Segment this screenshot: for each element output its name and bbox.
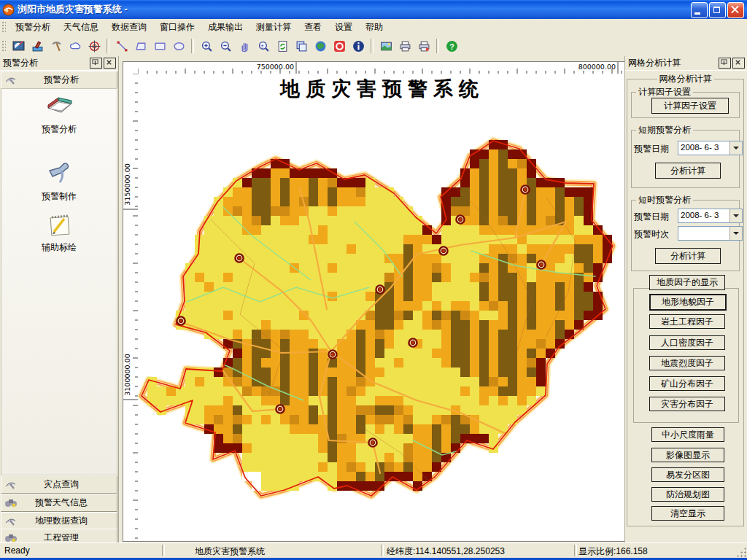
svg-text:?: ?	[449, 42, 454, 50]
pin-icon[interactable]	[90, 58, 102, 69]
cloud-button[interactable]	[66, 37, 85, 55]
application-window: { "window": { "title": "浏阳市地质灾害预警系统 -" }…	[0, 0, 747, 560]
info-icon	[352, 40, 365, 52]
menu-result-output[interactable]: 成果输出	[201, 19, 249, 36]
short-time-analyze-button[interactable]: 分析计算	[655, 248, 721, 264]
left-panel: 预警分析 预警分析 预警分析 预警制作 辅助标绘 灾点查询 预警天气信息 地理数…	[0, 56, 119, 543]
status-system-name: 地质灾害预警系统	[195, 545, 265, 558]
chevron-down-icon[interactable]	[729, 209, 742, 222]
help-button[interactable]: ?	[442, 37, 461, 55]
status-scale: 显示比例:166.158	[578, 545, 648, 558]
warning-make-icon	[31, 40, 44, 52]
item-warning-analysis[interactable]: 预警分析	[1, 93, 117, 136]
zoom-in-button[interactable]	[197, 37, 216, 55]
resize-grip[interactable]	[736, 547, 746, 557]
terrain-factor-button[interactable]: 地形地貌因子	[649, 294, 727, 311]
cloud-icon	[69, 40, 82, 52]
seismic-factor-button[interactable]: 地震烈度因子	[649, 356, 725, 370]
warning-make-button[interactable]	[28, 37, 47, 55]
group-bar-label: 预警天气信息	[22, 497, 101, 509]
layers-button[interactable]	[292, 37, 311, 55]
right-panel-title: 网格分析计算	[628, 57, 681, 69]
image-view-button[interactable]	[376, 37, 395, 55]
factor-settings-button[interactable]: 计算因子设置	[651, 98, 729, 114]
mine-tool-icon	[50, 40, 63, 52]
binocular-mini-icon	[4, 497, 18, 508]
restore-button[interactable]	[709, 2, 726, 18]
short-term-legend: 短期预警分析	[636, 124, 693, 136]
draw-polygon-button[interactable]	[131, 37, 150, 55]
map-canvas[interactable]: 地质灾害预警系统	[138, 74, 624, 541]
group-bar-disaster-query[interactable]: 灾点查询	[1, 475, 117, 494]
right-panel-close-icon[interactable]	[732, 58, 745, 69]
item-aux-plot[interactable]: 辅助标绘	[1, 211, 117, 254]
rainfall-scale-button[interactable]: 中小尺度雨量	[651, 427, 724, 442]
pan-hand-button[interactable]	[235, 37, 254, 55]
population-factor-button[interactable]: 人口密度因子	[649, 335, 725, 350]
short-time-date-combo[interactable]: 2008- 6- 3	[678, 209, 743, 223]
satellite-mini-icon	[4, 74, 18, 85]
clear-display-button[interactable]: 清空显示	[651, 506, 724, 521]
svg-text:3100000.00: 3100000.00	[123, 354, 131, 395]
zoom-in-icon	[201, 40, 213, 52]
menu-warning-analysis[interactable]: 预警分析	[9, 19, 57, 36]
status-separator	[574, 545, 577, 556]
menu-window-ops[interactable]: 窗口操作	[153, 19, 201, 36]
target-button[interactable]	[85, 37, 104, 55]
draw-line-button[interactable]	[112, 37, 131, 55]
menu-weather-info[interactable]: 天气信息	[57, 19, 105, 36]
close-button[interactable]	[727, 2, 744, 18]
draw-rectangle-button[interactable]	[150, 37, 169, 55]
binocular-mini-icon	[4, 532, 18, 543]
group-bar-warning-analysis[interactable]: 预警分析	[1, 71, 117, 89]
minimize-button[interactable]	[691, 2, 708, 18]
geo-factor-display-button[interactable]: 地质因子的显示	[649, 275, 725, 290]
group-bar-weather-info[interactable]: 预警天气信息	[1, 494, 117, 512]
status-separator	[381, 545, 384, 556]
short-time-times-label: 预警时次	[634, 228, 669, 241]
groupbox-legend: 网格分析计算	[657, 73, 714, 85]
globe-button[interactable]	[311, 37, 330, 55]
zoom-out-button[interactable]	[216, 37, 235, 55]
item-warning-make[interactable]: 预警制作	[1, 160, 117, 203]
globe-icon	[314, 40, 327, 52]
zoom-extent-button[interactable]: ±	[254, 37, 273, 55]
group-bar-geo-data-query[interactable]: 地理数据查询	[1, 512, 117, 530]
window-title: 浏阳市地质灾害预警系统 -	[18, 3, 128, 16]
print-button[interactable]	[395, 37, 414, 55]
menu-help[interactable]: 帮助	[359, 19, 390, 36]
stop-button[interactable]	[330, 37, 349, 55]
short-term-analyze-button[interactable]: 分析计算	[655, 163, 721, 179]
pin-icon[interactable]	[719, 58, 731, 69]
factor-settings-legend: 计算因子设置	[636, 86, 693, 98]
svg-text:750000.00: 750000.00	[257, 63, 294, 71]
image-display-button[interactable]: 影像图显示	[651, 448, 724, 462]
draw-ellipse-button[interactable]	[169, 37, 188, 55]
menu-settings[interactable]: 设置	[328, 19, 359, 36]
mine-tool-button[interactable]	[47, 37, 66, 55]
status-ready: Ready	[4, 545, 30, 556]
map-document: 750000.00800000.00 3150000.003100000.00 …	[119, 57, 624, 542]
susceptibility-map-button[interactable]: 易发分区图	[651, 467, 724, 482]
chevron-down-icon[interactable]	[729, 141, 742, 155]
draw-line-icon	[116, 40, 128, 52]
info-button[interactable]	[349, 37, 368, 55]
menu-data-query[interactable]: 数据查询	[105, 19, 153, 36]
short-time-times-combo[interactable]	[678, 226, 743, 241]
disaster-distribution-factor-button[interactable]: 灾害分布因子	[649, 397, 725, 411]
short-term-date-combo[interactable]: 2008- 6- 3	[678, 141, 743, 155]
menu-measure-calc[interactable]: 测量计算	[249, 19, 298, 36]
chevron-down-icon[interactable]	[729, 227, 742, 240]
app-icon	[2, 4, 15, 16]
print-preview-button[interactable]	[414, 37, 433, 55]
menu-view[interactable]: 查看	[298, 19, 328, 36]
prevention-plan-button[interactable]: 防治规划图	[651, 487, 724, 502]
menu-bar: 预警分析 天气信息 数据查询 窗口操作 成果输出 测量计算 查看 设置 帮助	[0, 19, 747, 36]
refresh-button[interactable]	[273, 37, 292, 55]
vertical-ruler: 3150000.003100000.00	[123, 74, 139, 541]
left-panel-close-icon[interactable]	[104, 58, 116, 69]
short-time-times-value	[678, 227, 729, 240]
mine-distribution-factor-button[interactable]: 矿山分布因子	[649, 376, 725, 391]
geotech-factor-button[interactable]: 岩土工程因子	[649, 314, 725, 329]
warning-analysis-button[interactable]	[9, 37, 28, 55]
